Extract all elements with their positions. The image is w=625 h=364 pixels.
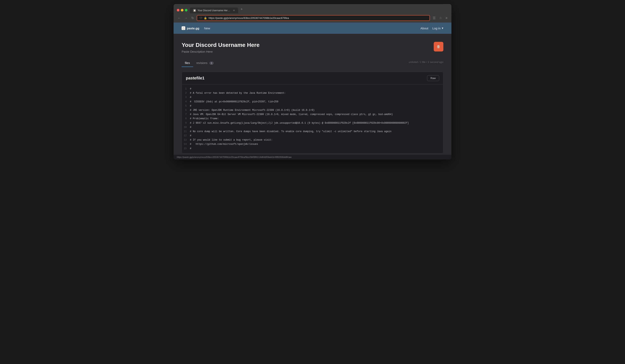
site-nav: 📋 paste.gg New About Log in ▾ bbox=[174, 23, 451, 34]
reload-button[interactable]: ↻ bbox=[190, 15, 195, 21]
tab-files-label: files bbox=[185, 61, 190, 65]
line-code: # Java VM: OpenJDK 64-Bit Server VM Micr… bbox=[190, 112, 443, 116]
line-code: # bbox=[190, 125, 443, 129]
logo-text: paste.gg bbox=[187, 27, 199, 30]
line-number: 3 bbox=[182, 96, 190, 99]
table-row: 12 # bbox=[182, 134, 443, 138]
minimize-dot[interactable] bbox=[181, 9, 184, 11]
paste-description: Paste Description Here bbox=[182, 50, 259, 53]
file-card-header: pastefile1 Raw bbox=[182, 72, 443, 84]
back-button[interactable]: ← bbox=[177, 15, 182, 21]
site-logo[interactable]: 📋 paste.gg bbox=[182, 26, 199, 30]
login-button[interactable]: Log in ▾ bbox=[432, 26, 443, 30]
login-label: Log in bbox=[432, 27, 440, 30]
forward-button[interactable]: → bbox=[184, 15, 188, 21]
paste-title: Your Discord Username Here bbox=[182, 42, 259, 48]
tab-revisions-label: revisions bbox=[196, 61, 207, 65]
maximize-dot[interactable] bbox=[185, 9, 188, 11]
line-code: # JRE version: OpenJDK Runtime Environme… bbox=[190, 108, 443, 112]
table-row: 10 # bbox=[182, 125, 443, 130]
chevron-down-icon: ▾ bbox=[442, 26, 443, 30]
table-row: 4 # SIGSEGV (0xb) at pc=0x000000011f829c… bbox=[182, 100, 443, 104]
table-row: 14 # https://github.com/microsoft/openjd… bbox=[182, 142, 443, 146]
line-number: 9 bbox=[182, 121, 190, 125]
paste-tabs: files revisions 1 unlisted / 1 file / 1 … bbox=[182, 59, 443, 67]
line-code: # https://github.com/microsoft/openjdk/i… bbox=[190, 142, 443, 146]
line-number: 15 bbox=[182, 147, 190, 151]
line-number: 4 bbox=[182, 100, 190, 104]
new-tab-button[interactable]: + bbox=[239, 6, 245, 13]
reader-view-button[interactable]: ☰ bbox=[432, 15, 436, 21]
table-row: 9 # J 9047 c2 sun.misc.Unsafe.getLong(Lj… bbox=[182, 121, 443, 125]
browser-window: 📋 Your Discord Username Here - p ✕ + ← →… bbox=[174, 4, 451, 160]
paste-info: Your Discord Username Here Paste Descrip… bbox=[182, 42, 259, 53]
line-number: 14 bbox=[182, 142, 190, 146]
table-row: 11 # No core dump will be written. Core … bbox=[182, 130, 443, 134]
line-code: # A fatal error has been detected by the… bbox=[190, 91, 443, 95]
lock-icon: 🔒 bbox=[204, 17, 207, 20]
line-number: 1 bbox=[182, 87, 190, 91]
file-card: pastefile1 Raw 1 # 2 # A fatal error has… bbox=[182, 72, 443, 153]
address-bar[interactable] bbox=[209, 17, 427, 20]
browser-titlebar: 📋 Your Discord Username Here - p ✕ + bbox=[174, 4, 451, 13]
code-block: 1 # 2 # A fatal error has been detected … bbox=[182, 84, 443, 153]
line-code: # Problematic frame: bbox=[190, 117, 443, 121]
line-code: # SIGSEGV (0xb) at pc=0x000000011f829c2f… bbox=[190, 100, 443, 104]
menu-button[interactable]: ≡ bbox=[445, 15, 448, 21]
table-row: 2 # A fatal error has been detected by t… bbox=[182, 91, 443, 95]
paste-meta: unlisted / 1 file / 1 second ago bbox=[409, 60, 443, 66]
tabs-left: files revisions 1 bbox=[182, 59, 217, 67]
line-code: # bbox=[190, 134, 443, 138]
line-code: # No core dump will be written. Core dum… bbox=[190, 130, 443, 134]
table-row: 15 # bbox=[182, 147, 443, 151]
table-row: 6 # JRE version: OpenJDK Runtime Environ… bbox=[182, 108, 443, 112]
line-number: 13 bbox=[182, 138, 190, 142]
status-url: https://paste.gg/p/anonymous/83bcc205367… bbox=[177, 156, 292, 158]
table-row: 3 # bbox=[182, 95, 443, 100]
line-code: # J 9047 c2 sun.misc.Unsafe.getLong(Ljav… bbox=[190, 121, 443, 125]
line-code: # If you would like to submit a bug repo… bbox=[190, 138, 443, 142]
main-content: Your Discord Username Here Paste Descrip… bbox=[174, 34, 451, 154]
line-number: 12 bbox=[182, 134, 190, 138]
toolbar-right: ☰ ☆ ≡ bbox=[432, 15, 448, 21]
line-number: 7 bbox=[182, 112, 190, 116]
site-nav-left: 📋 paste.gg New bbox=[182, 26, 210, 30]
active-tab[interactable]: 📋 Your Discord Username Here - p ✕ bbox=[190, 7, 238, 13]
tab-files[interactable]: files bbox=[182, 59, 193, 67]
tab-title: Your Discord Username Here - p bbox=[197, 9, 231, 12]
browser-tabs: 📋 Your Discord Username Here - p ✕ + bbox=[190, 6, 245, 13]
close-dot[interactable] bbox=[177, 9, 179, 11]
tab-revisions[interactable]: revisions 1 bbox=[193, 59, 217, 67]
line-number: 6 bbox=[182, 108, 190, 112]
nav-about-link[interactable]: About bbox=[420, 27, 428, 30]
tab-close-button[interactable]: ✕ bbox=[233, 9, 235, 12]
table-row: 7 # Java VM: OpenJDK 64-Bit Server VM Mi… bbox=[182, 112, 443, 117]
line-number: 8 bbox=[182, 117, 190, 121]
line-number: 10 bbox=[182, 125, 190, 129]
line-code: # bbox=[190, 147, 443, 151]
tab-favicon: 📋 bbox=[193, 9, 196, 12]
window-controls bbox=[177, 9, 188, 13]
table-row: 5 # bbox=[182, 104, 443, 108]
line-number: 11 bbox=[182, 130, 190, 134]
line-number: 5 bbox=[182, 104, 190, 108]
line-code: # bbox=[190, 87, 443, 91]
browser-toolbar: ← → ↻ 🛡 🔒 ☰ ☆ ≡ bbox=[174, 13, 451, 23]
shield-icon: 🛡 bbox=[200, 17, 202, 20]
logo-icon: 📋 bbox=[182, 26, 185, 30]
table-row: 13 # If you would like to submit a bug r… bbox=[182, 138, 443, 142]
nav-new-link[interactable]: New bbox=[204, 27, 210, 30]
status-bar: https://paste.gg/p/anonymous/83bcc205367… bbox=[174, 154, 451, 160]
bookmark-button[interactable]: ☆ bbox=[438, 15, 443, 21]
line-code: # bbox=[190, 96, 443, 99]
address-bar-wrapper: 🛡 🔒 bbox=[197, 15, 430, 21]
paste-header: Your Discord Username Here Paste Descrip… bbox=[182, 42, 443, 53]
table-row: 8 # Problematic frame: bbox=[182, 117, 443, 121]
revisions-badge: 1 bbox=[209, 61, 214, 65]
file-name: pastefile1 bbox=[186, 76, 204, 81]
raw-button[interactable]: Raw bbox=[427, 75, 439, 81]
line-number: 2 bbox=[182, 91, 190, 95]
line-code: # bbox=[190, 104, 443, 108]
delete-button[interactable]: 🗑 bbox=[434, 42, 443, 52]
trash-icon: 🗑 bbox=[437, 45, 440, 49]
